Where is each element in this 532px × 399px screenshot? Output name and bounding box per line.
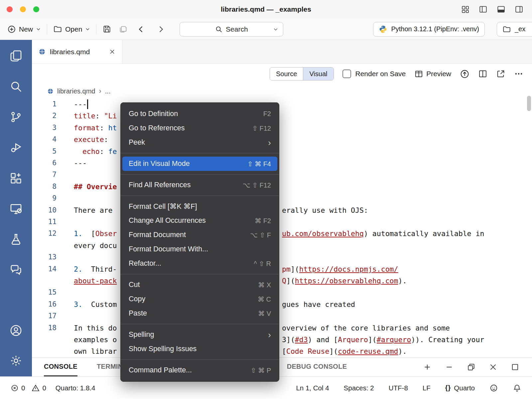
code-row: 142. Third-pm](https://docs.npmjs.com/ xyxy=(32,263,532,275)
visual-mode-button[interactable]: Visual xyxy=(303,67,333,80)
menu-item-go-to-definition[interactable]: Go to DefinitionF2 xyxy=(121,107,279,121)
close-tab-icon[interactable] xyxy=(109,49,115,55)
breadcrumb-chevron-icon: › xyxy=(99,87,101,95)
interpreter-selector[interactable]: Python 3.12.1 (PipEnv: .venv) xyxy=(373,22,485,37)
line-number: 12 xyxy=(32,228,57,239)
code-row: 1--- xyxy=(32,98,532,110)
encoding[interactable]: UTF-8 xyxy=(389,384,408,392)
split-editor-icon[interactable] xyxy=(478,69,487,78)
extensions-icon[interactable] xyxy=(0,163,32,194)
feedback-smiley-icon[interactable] xyxy=(489,384,498,392)
project-selector[interactable]: _ex xyxy=(497,22,532,37)
menu-item-copy[interactable]: Copy⌘ C xyxy=(121,292,279,306)
folder-icon xyxy=(53,25,62,34)
line-number: 7 xyxy=(32,169,57,181)
problems-warnings[interactable]: 0 xyxy=(32,384,46,392)
open-label: Open xyxy=(65,25,82,33)
code-row: 121. [Obserub.com/observablehq) automati… xyxy=(32,228,532,239)
source-mode-button[interactable]: Source xyxy=(270,67,303,80)
menu-item-format-cell-k-f[interactable]: Format Cell [⌘K ⌘F] xyxy=(121,199,279,213)
quarto-file-icon xyxy=(39,48,46,55)
line-number: 4 xyxy=(32,134,57,145)
menu-item-paste[interactable]: Paste⌘ V xyxy=(121,306,279,321)
indentation[interactable]: Spaces: 2 xyxy=(344,384,374,392)
menu-item-refactor[interactable]: Refactor...^ ⇧ R xyxy=(121,256,279,271)
new-label: New xyxy=(19,25,33,33)
account-icon[interactable] xyxy=(0,315,32,346)
toggle-panel-icon[interactable] xyxy=(497,5,505,14)
text-cursor xyxy=(87,99,88,109)
open-external-icon[interactable] xyxy=(496,69,505,78)
save-button[interactable] xyxy=(102,25,111,34)
menu-item-format-document[interactable]: Format Document⌥ ⇧ F xyxy=(121,228,279,242)
search-box[interactable]: Search xyxy=(180,22,283,37)
menu-item-format-document-with[interactable]: Format Document With... xyxy=(121,242,279,256)
testing-flask-icon[interactable] xyxy=(0,224,32,255)
search-label: Search xyxy=(226,25,248,33)
render-on-save-checkbox[interactable] xyxy=(342,69,351,78)
menu-item-find-all-references[interactable]: Find All References⌥ ⇧ F12 xyxy=(121,178,279,192)
preview-button[interactable]: Preview xyxy=(414,69,451,78)
chevron-down-icon xyxy=(36,27,41,32)
panel-close-icon[interactable] xyxy=(489,363,497,371)
panel-maximize-icon[interactable] xyxy=(511,363,519,371)
comments-icon[interactable] xyxy=(0,255,32,285)
code-row: 8## Overvie xyxy=(32,181,532,193)
tab-libraries-qmd[interactable]: libraries.qmd xyxy=(32,40,122,64)
menu-item-change-all-occurrences[interactable]: Change All Occurrences⌘ F2 xyxy=(121,213,279,228)
settings-gear-icon[interactable] xyxy=(0,346,32,376)
language-mode[interactable]: {} Quarto xyxy=(445,384,475,392)
more-actions-icon[interactable] xyxy=(514,69,523,78)
braces-icon: {} xyxy=(445,384,451,392)
explorer-icon[interactable] xyxy=(0,41,32,71)
panel-minimize-icon[interactable] xyxy=(445,363,454,371)
code-row: 163. Customgues have created xyxy=(32,299,532,310)
search-icon xyxy=(215,26,222,33)
menu-item-show-spelling-issues[interactable]: Show Spelling Issues xyxy=(121,342,279,356)
search-icon[interactable] xyxy=(0,71,32,102)
editor-lines: 1---2title: "Li3format: ht4execute:5 ech… xyxy=(32,98,532,357)
sessions-monitor-icon[interactable] xyxy=(0,194,32,224)
interpreter-label: Python 3.12.1 (PipEnv: .venv) xyxy=(391,25,479,33)
panel-restore-icon[interactable] xyxy=(467,363,475,371)
line-number: 18 xyxy=(32,322,57,334)
menu-item-cut[interactable]: Cut⌘ X xyxy=(121,278,279,292)
line-number: 10 xyxy=(32,204,57,216)
quarto-file-icon xyxy=(47,88,54,94)
menu-item-go-to-references[interactable]: Go to References⇧ F12 xyxy=(121,121,279,135)
folder-icon xyxy=(502,25,511,34)
run-debug-icon[interactable] xyxy=(0,132,32,163)
menu-item-spelling[interactable]: Spelling› xyxy=(121,328,279,342)
menu-item-command-palette[interactable]: Command Palette...⇧ ⌘ P xyxy=(121,363,279,377)
back-button[interactable] xyxy=(136,25,146,34)
menu-item-peek[interactable]: Peek› xyxy=(121,135,279,150)
source-control-icon[interactable] xyxy=(0,102,32,132)
save-all-button[interactable] xyxy=(119,25,128,34)
quarto-version[interactable]: Quarto: 1.8.4 xyxy=(56,384,95,392)
breadcrumb-ellipsis[interactable]: ... xyxy=(105,87,111,95)
open-button[interactable]: Open xyxy=(53,25,90,34)
cursor-position[interactable]: Ln 1, Col 4 xyxy=(296,384,329,392)
render-publish-icon[interactable] xyxy=(460,69,469,79)
line-number: 5 xyxy=(32,146,57,157)
breadcrumb-file[interactable]: libraries.qmd xyxy=(57,87,95,95)
panel-tab-debug-console[interactable]: DEBUG CONSOLE xyxy=(287,358,347,376)
toggle-secondary-sidebar-icon[interactable] xyxy=(515,5,523,14)
panel-tab-console[interactable]: CONSOLE xyxy=(44,358,77,376)
customize-layout-icon[interactable] xyxy=(461,5,469,14)
render-on-save-group: Render on Save xyxy=(342,69,406,78)
editor-scrollbar[interactable] xyxy=(527,96,531,111)
problems-errors[interactable]: 0 xyxy=(11,384,25,392)
eol[interactable]: LF xyxy=(423,384,431,392)
menu-item-edit-in-visual-mode[interactable]: Edit in Visual Mode⇧ ⌘ F4 xyxy=(122,157,277,171)
forward-button[interactable] xyxy=(156,25,166,34)
notifications-bell-icon[interactable] xyxy=(513,384,521,392)
new-button[interactable]: New xyxy=(7,25,41,34)
tab-strip: libraries.qmd xyxy=(32,40,532,64)
toggle-sidebar-icon[interactable] xyxy=(479,5,487,14)
menu-separator xyxy=(121,274,279,274)
editor[interactable]: 1---2title: "Li3format: ht4execute:5 ech… xyxy=(32,98,532,357)
code-row: 6--- xyxy=(32,157,532,169)
line-number: 6 xyxy=(32,157,57,169)
panel-add-icon[interactable] xyxy=(423,363,432,371)
